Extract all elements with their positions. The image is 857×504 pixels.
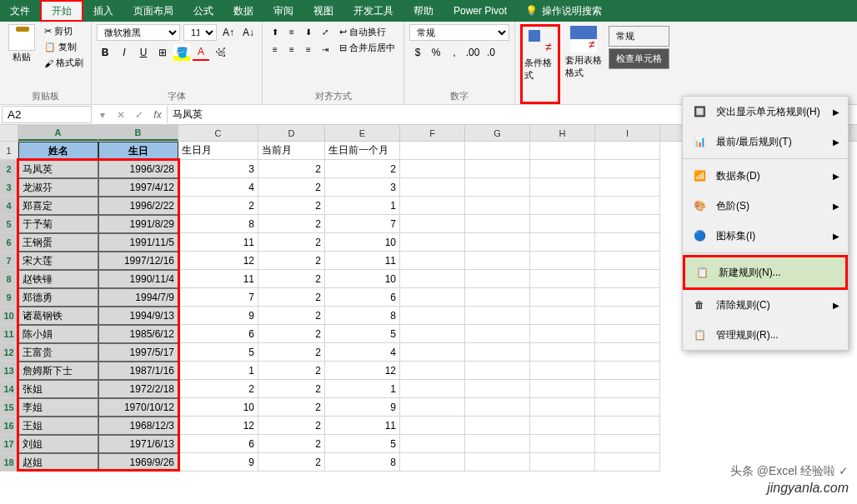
cell-empty[interactable] bbox=[595, 435, 660, 453]
align-right-button[interactable]: ≡ bbox=[301, 42, 316, 57]
cell-name[interactable]: 王姐 bbox=[18, 417, 98, 435]
cell-birthday[interactable]: 1985/6/12 bbox=[98, 325, 178, 343]
cell-empty[interactable] bbox=[595, 288, 660, 307]
cell-birthday[interactable]: 1997/5/17 bbox=[98, 343, 178, 362]
cell-empty[interactable] bbox=[595, 160, 660, 178]
cell-empty[interactable] bbox=[530, 197, 595, 215]
merge-button[interactable]: ⊟合并后居中 bbox=[336, 40, 398, 56]
align-bottom-button[interactable]: ⬇ bbox=[301, 24, 316, 39]
row-header-1[interactable]: 1 bbox=[0, 142, 18, 160]
cell-name[interactable]: 龙淑芬 bbox=[18, 178, 98, 197]
cell-birth-month[interactable]: 3 bbox=[178, 160, 258, 178]
row-header[interactable]: 14 bbox=[0, 380, 18, 398]
cell-name[interactable]: 马凤英 bbox=[18, 160, 98, 178]
col-header-i[interactable]: I bbox=[595, 125, 660, 141]
decrease-decimal-button[interactable]: .0 bbox=[483, 44, 499, 61]
cell-empty[interactable] bbox=[400, 343, 465, 362]
cell-birthday[interactable]: 1997/4/12 bbox=[98, 178, 178, 197]
align-left-button[interactable]: ≡ bbox=[268, 42, 283, 57]
cell-empty[interactable] bbox=[400, 197, 465, 215]
cell-birth-month[interactable]: 1 bbox=[178, 362, 258, 380]
cell-current-month[interactable]: 2 bbox=[258, 270, 325, 288]
cell-empty[interactable] bbox=[530, 417, 595, 435]
cell-empty[interactable] bbox=[465, 417, 530, 435]
tab-insert[interactable]: 插入 bbox=[83, 0, 123, 22]
cell-empty[interactable] bbox=[465, 178, 530, 197]
cell-empty[interactable] bbox=[595, 307, 660, 325]
cell-current-month[interactable]: 2 bbox=[258, 343, 325, 362]
cell-empty[interactable] bbox=[530, 453, 595, 472]
cell-empty[interactable] bbox=[465, 380, 530, 398]
cell-current-month[interactable]: 2 bbox=[258, 435, 325, 453]
tab-view[interactable]: 视图 bbox=[303, 0, 343, 22]
cell-current-month[interactable]: 2 bbox=[258, 380, 325, 398]
cell-empty[interactable] bbox=[400, 307, 465, 325]
cell-empty[interactable] bbox=[465, 252, 530, 270]
align-middle-button[interactable]: ≡ bbox=[284, 24, 299, 39]
cell-birth-month[interactable]: 9 bbox=[178, 453, 258, 472]
cell-prev-month[interactable]: 5 bbox=[325, 435, 400, 453]
orientation-button[interactable]: ⤢ bbox=[318, 24, 333, 39]
cell-h1[interactable] bbox=[530, 142, 595, 160]
cell-current-month[interactable]: 2 bbox=[258, 288, 325, 307]
cell-birth-month[interactable]: 12 bbox=[178, 252, 258, 270]
cell-empty[interactable] bbox=[595, 343, 660, 362]
cell-birthday[interactable]: 1969/9/26 bbox=[98, 453, 178, 472]
cell-birth-month[interactable]: 2 bbox=[178, 197, 258, 215]
row-header[interactable]: 2 bbox=[0, 160, 18, 178]
cell-empty[interactable] bbox=[465, 215, 530, 233]
cell-empty[interactable] bbox=[465, 453, 530, 472]
row-header[interactable]: 3 bbox=[0, 178, 18, 197]
cell-empty[interactable] bbox=[400, 380, 465, 398]
cell-empty[interactable] bbox=[465, 343, 530, 362]
cell-current-month[interactable]: 2 bbox=[258, 233, 325, 252]
cancel-formula-button[interactable]: ✕ bbox=[112, 109, 130, 121]
cell-empty[interactable] bbox=[530, 270, 595, 288]
cell-birthday[interactable]: 1991/11/5 bbox=[98, 233, 178, 252]
cell-prev-month[interactable]: 4 bbox=[325, 343, 400, 362]
cell-empty[interactable] bbox=[595, 270, 660, 288]
row-header[interactable]: 7 bbox=[0, 252, 18, 270]
currency-button[interactable]: $ bbox=[409, 44, 426, 61]
wrap-text-button[interactable]: ↩自动换行 bbox=[336, 24, 398, 40]
cell-prev-month[interactable]: 8 bbox=[325, 453, 400, 472]
cell-current-month[interactable]: 2 bbox=[258, 398, 325, 417]
border-button[interactable]: ⊞ bbox=[154, 44, 171, 61]
col-header-d[interactable]: D bbox=[258, 125, 325, 141]
tab-power-pivot[interactable]: Power Pivot bbox=[444, 0, 517, 22]
cell-birthday[interactable]: 1970/10/12 bbox=[98, 398, 178, 417]
menu-top-bottom[interactable]: 📊 最前/最后规则(T) ▶ bbox=[683, 127, 848, 157]
cell-empty[interactable] bbox=[400, 417, 465, 435]
cell-birthday[interactable]: 1996/3/28 bbox=[98, 160, 178, 178]
decrease-font-button[interactable]: A↓ bbox=[240, 24, 257, 41]
cell-empty[interactable] bbox=[595, 398, 660, 417]
tab-developer[interactable]: 开发工具 bbox=[343, 0, 403, 22]
accept-formula-button[interactable]: ✓ bbox=[130, 109, 148, 121]
cut-button[interactable]: ✂剪切 bbox=[42, 24, 86, 38]
col-header-c[interactable]: C bbox=[178, 125, 258, 141]
tab-review[interactable]: 审阅 bbox=[263, 0, 303, 22]
cell-birth-month[interactable]: 9 bbox=[178, 307, 258, 325]
name-box[interactable] bbox=[2, 106, 92, 123]
cell-current-month[interactable]: 2 bbox=[258, 307, 325, 325]
cell-name[interactable]: 于予菊 bbox=[18, 215, 98, 233]
cell-name[interactable]: 郑德勇 bbox=[18, 288, 98, 307]
cell-birth-month[interactable]: 10 bbox=[178, 398, 258, 417]
tab-help[interactable]: 帮助 bbox=[403, 0, 444, 22]
cell-empty[interactable] bbox=[595, 362, 660, 380]
cell-prev-month[interactable]: 3 bbox=[325, 178, 400, 197]
cell-empty[interactable] bbox=[530, 362, 595, 380]
cell-empty[interactable] bbox=[595, 178, 660, 197]
cell-birth-month[interactable]: 8 bbox=[178, 215, 258, 233]
cell-empty[interactable] bbox=[595, 252, 660, 270]
col-header-e[interactable]: E bbox=[325, 125, 400, 141]
tab-file[interactable]: 文件 bbox=[0, 0, 40, 22]
tab-home[interactable]: 开始 bbox=[40, 0, 83, 22]
cell-a1[interactable]: 姓名 bbox=[18, 142, 98, 160]
cell-birth-month[interactable]: 11 bbox=[178, 233, 258, 252]
cell-prev-month[interactable]: 8 bbox=[325, 307, 400, 325]
row-header[interactable]: 10 bbox=[0, 307, 18, 325]
cell-g1[interactable] bbox=[465, 142, 530, 160]
cell-b1[interactable]: 生日 bbox=[98, 142, 178, 160]
cell-prev-month[interactable]: 9 bbox=[325, 398, 400, 417]
